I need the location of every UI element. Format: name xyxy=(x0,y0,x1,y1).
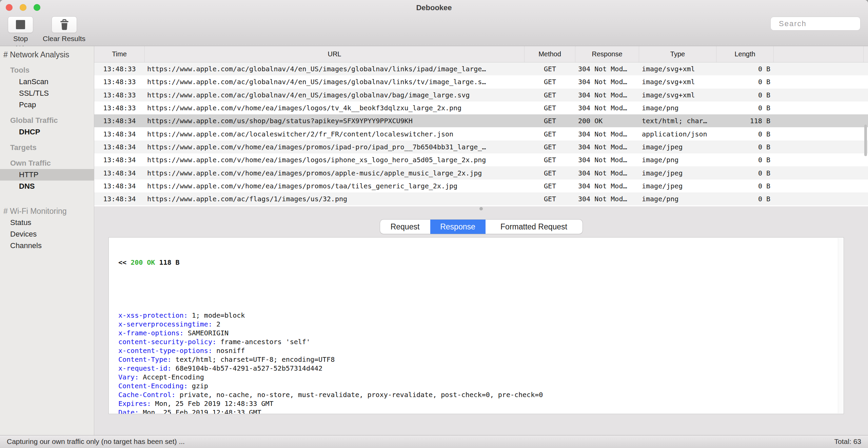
sidebar-item-wi-fi-monitoring: # Wi-Fi Monitoring xyxy=(0,205,94,217)
cell-type: text/html; char… xyxy=(639,117,716,125)
sidebar-item-status[interactable]: Status xyxy=(0,217,94,228)
column-header-type[interactable]: Type xyxy=(639,46,716,62)
detail-scrollbar-track xyxy=(838,238,843,413)
response-header-line: Expires: Mon, 25 Feb 2019 12:48:33 GMT xyxy=(118,399,837,408)
header-value: 1; mode=block xyxy=(188,311,245,319)
header-name: content-security-policy: xyxy=(118,338,216,346)
debookee-window: Debookee Stop NA Clear Results # Network… xyxy=(0,0,868,448)
response-header-line: x-content-type-options: nosniff xyxy=(118,346,837,355)
sidebar-item-channels[interactable]: Channels xyxy=(0,240,94,251)
scrollbar-corner xyxy=(863,46,868,62)
cell-method: GET xyxy=(525,65,575,73)
cell-length: 0 B xyxy=(716,195,774,203)
detail-headers: x-xss-protection: 1; mode=blockx-serverp… xyxy=(118,311,837,414)
cell-type: image/svg+xml xyxy=(639,65,716,73)
cell-url: https://www.apple.com/v/home/ea/images/l… xyxy=(145,104,525,112)
sidebar-item-lanscan[interactable]: LanScan xyxy=(0,76,94,88)
cell-time: 13:48:33 xyxy=(94,78,145,86)
cell-method: GET xyxy=(525,117,575,125)
column-header-url[interactable]: URL xyxy=(145,46,525,62)
stop-icon xyxy=(16,20,25,29)
table-row[interactable]: 13:48:34https://www.apple.com/us/shop/ba… xyxy=(94,114,868,127)
header-value: private, no-cache, no-store, must-revali… xyxy=(176,391,543,399)
tab-response[interactable]: Response xyxy=(430,220,486,234)
response-header-line: Date: Mon, 25 Feb 2019 12:48:33 GMT xyxy=(118,408,837,414)
cell-length: 0 B xyxy=(716,65,774,73)
table-row[interactable]: 13:48:34https://www.apple.com/v/home/ea/… xyxy=(94,180,868,192)
table-scrollbar-thumb[interactable] xyxy=(864,125,867,156)
column-header-response[interactable]: Response xyxy=(575,46,639,62)
cell-url: https://www.apple.com/ac/globalnav/4/en_… xyxy=(145,78,525,86)
table-row[interactable]: 13:48:34https://www.apple.com/ac/locales… xyxy=(94,127,868,140)
sidebar-item-pcap[interactable]: Pcap xyxy=(0,99,94,111)
response-header-line: content-security-policy: frame-ancestors… xyxy=(118,337,837,346)
table-row[interactable]: 13:48:33https://www.apple.com/ac/globaln… xyxy=(94,89,868,101)
cell-type: image/png xyxy=(639,156,716,164)
cell-url: https://www.apple.com/v/home/ea/images/p… xyxy=(145,182,525,190)
window-chrome: Debookee Stop NA Clear Results xyxy=(0,0,868,46)
cell-time: 13:48:33 xyxy=(94,91,145,99)
sidebar-item-http[interactable]: HTTP xyxy=(0,169,94,181)
cell-response: 304 Not Mod… xyxy=(575,195,639,203)
splitter-handle[interactable] xyxy=(479,207,483,210)
sidebar-item-dhcp[interactable]: DHCP xyxy=(0,126,94,138)
header-name: Content-Encoding: xyxy=(118,382,188,390)
response-header-line: Content-Encoding: gzip xyxy=(118,381,837,390)
sidebar: # Network AnalysisToolsLanScanSSL/TLSPca… xyxy=(0,46,94,435)
cell-response: 304 Not Mod… xyxy=(575,104,639,112)
cell-url: https://www.apple.com/ac/flags/1/images/… xyxy=(145,195,525,203)
window-title: Debookee xyxy=(0,0,868,16)
sidebar-item-devices[interactable]: Devices xyxy=(0,228,94,240)
table-body: 13:48:33https://www.apple.com/ac/globaln… xyxy=(94,62,868,205)
stop-na-button[interactable] xyxy=(8,16,33,33)
cell-response: 304 Not Mod… xyxy=(575,182,639,190)
cell-response: 304 Not Mod… xyxy=(575,156,639,164)
column-header-spacer xyxy=(774,46,863,62)
column-header-method[interactable]: Method xyxy=(525,46,575,62)
column-header-time[interactable]: Time xyxy=(94,46,145,62)
sidebar-item-ssl-tls[interactable]: SSL/TLS xyxy=(0,88,94,99)
table-row[interactable]: 13:48:33https://www.apple.com/ac/globaln… xyxy=(94,62,868,75)
status-bar: Capturing our own traffic only (no targe… xyxy=(0,435,868,448)
cell-time: 13:48:33 xyxy=(94,104,145,112)
header-name: Date: xyxy=(118,408,139,414)
cell-method: GET xyxy=(525,104,575,112)
sidebar-item-tools: Tools xyxy=(0,64,94,76)
cell-type: image/jpeg xyxy=(639,143,716,151)
cell-url: https://www.apple.com/ac/globalnav/4/en_… xyxy=(145,91,525,99)
cell-length: 0 B xyxy=(716,91,774,99)
table-row[interactable]: 13:48:34https://www.apple.com/v/home/ea/… xyxy=(94,153,868,166)
header-name: Expires: xyxy=(118,399,151,408)
clear-results-button[interactable] xyxy=(52,16,77,33)
column-header-length[interactable]: Length xyxy=(716,46,774,62)
header-name: x-content-type-options: xyxy=(118,347,212,355)
table-row[interactable]: 13:48:34https://www.apple.com/v/home/ea/… xyxy=(94,141,868,153)
cell-method: GET xyxy=(525,143,575,151)
header-value: 68e9104b-4b57-4291-a527-52b57314d442 xyxy=(172,364,323,372)
tab-formatted-request[interactable]: Formatted Request xyxy=(486,220,583,234)
table-row[interactable]: 13:48:33https://www.apple.com/ac/globaln… xyxy=(94,75,868,88)
cell-url: https://www.apple.com/us/shop/bag/status… xyxy=(145,117,525,125)
table-row[interactable]: 13:48:33https://www.apple.com/v/home/ea/… xyxy=(94,101,868,114)
header-value: Mon, 25 Feb 2019 12:48:33 GMT xyxy=(139,408,261,414)
cell-method: GET xyxy=(525,130,575,138)
cell-response: 304 Not Mod… xyxy=(575,169,639,177)
cell-type: image/png xyxy=(639,195,716,203)
cell-type: image/svg+xml xyxy=(639,78,716,86)
header-name: x-serverprocessingtime: xyxy=(118,320,212,328)
detail-pane: RequestResponseFormatted Request << 200 … xyxy=(94,206,868,435)
trash-icon xyxy=(59,19,70,31)
table-row[interactable]: 13:48:34https://www.apple.com/v/home/ea/… xyxy=(94,166,868,179)
search-input[interactable] xyxy=(778,19,868,29)
detail-tabs: RequestResponseFormatted Request xyxy=(380,220,583,234)
cell-time: 13:48:33 xyxy=(94,65,145,73)
capture-status-text: Capturing our own traffic only (no targe… xyxy=(7,435,185,448)
header-value: nosniff xyxy=(212,347,245,355)
sidebar-item-dns[interactable]: DNS xyxy=(0,181,94,192)
table-row[interactable]: 13:48:34https://www.apple.com/ac/flags/1… xyxy=(94,192,868,205)
search-field[interactable] xyxy=(770,17,861,31)
tab-request[interactable]: Request xyxy=(380,220,430,234)
cell-time: 13:48:34 xyxy=(94,195,145,203)
header-name: Vary: xyxy=(118,373,139,381)
response-header-line: Cache-Control: private, no-cache, no-sto… xyxy=(118,390,837,399)
